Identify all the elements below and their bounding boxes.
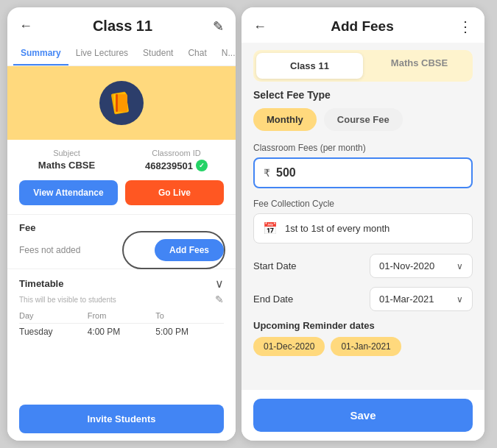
- save-bar: Save: [242, 390, 484, 441]
- right-header: ← Add Fees ⋮: [242, 7, 484, 43]
- start-date-chevron-icon: ∨: [457, 261, 463, 271]
- row-from: 4:00 PM: [88, 327, 156, 337]
- fee-row: Fees not added Add Fees: [19, 239, 224, 261]
- start-date-label: Start Date: [253, 260, 297, 271]
- go-live-button[interactable]: Go Live: [125, 180, 224, 205]
- reminder-dates: 01-Dec-2020 01-Jan-2021: [253, 337, 473, 356]
- end-date-value: 01-Mar-2021: [379, 294, 451, 305]
- select-fee-type-label: Select Fee Type: [253, 89, 473, 101]
- col-from: From: [88, 311, 156, 320]
- reminder-chip-2: 01-Jan-2021: [331, 337, 401, 356]
- end-date-dropdown[interactable]: 01-Mar-2021 ∨: [370, 287, 473, 311]
- right-screen: ← Add Fees ⋮ Class 11 Maths CBSE Select …: [242, 7, 484, 441]
- whatsapp-icon[interactable]: ✓: [196, 160, 208, 171]
- tab-student[interactable]: Student: [135, 42, 180, 65]
- fee-status: Fees not added: [19, 245, 80, 255]
- timetable-header: Timetable ∨: [19, 277, 224, 291]
- invite-btn-bar: Invite Students: [7, 397, 236, 441]
- reminder-title: Upcoming Reminder dates: [253, 320, 473, 331]
- action-row: View Attendance Go Live: [7, 180, 236, 214]
- back-icon-right[interactable]: ←: [253, 19, 267, 35]
- save-button[interactable]: Save: [253, 399, 473, 432]
- tab-chat[interactable]: Chat: [180, 42, 214, 65]
- rupee-sign: ₹: [264, 167, 270, 179]
- hero-banner: [7, 66, 236, 140]
- reminder-chip-1: 01-Dec-2020: [253, 337, 325, 356]
- right-title: Add Fees: [331, 18, 394, 35]
- monthly-fee-type-button[interactable]: Monthly: [253, 108, 317, 131]
- timetable-section: Timetable ∨ This will be visible to stud…: [7, 269, 236, 344]
- classroom-id-cell: Classroom ID 468239501 ✓: [129, 149, 224, 171]
- more-options-icon[interactable]: ⋮: [458, 18, 473, 35]
- subject-cell: Subject Maths CBSE: [19, 149, 114, 171]
- timetable-row: Tuesday 4:00 PM 5:00 PM: [19, 327, 224, 337]
- fee-cycle-label: Fee Collection Cycle: [253, 199, 473, 209]
- fee-type-row: Monthly Course Fee: [253, 108, 473, 131]
- back-icon-left[interactable]: ←: [19, 18, 32, 34]
- start-date-value: 01-Nov-2020: [379, 260, 451, 271]
- row-day: Tuesday: [19, 327, 88, 337]
- right-content: Select Fee Type Monthly Course Fee Class…: [242, 89, 484, 390]
- fee-cycle-box: 📅 1st to 1st of every month: [253, 213, 473, 243]
- classroom-id-label: Classroom ID: [129, 149, 224, 157]
- timetable-edit-icon[interactable]: ✎: [215, 294, 224, 305]
- class-tab-class11[interactable]: Class 11: [256, 53, 363, 79]
- course-fee-type-button[interactable]: Course Fee: [324, 108, 403, 131]
- chevron-down-icon[interactable]: ∨: [215, 277, 224, 291]
- end-date-chevron-icon: ∨: [457, 294, 463, 305]
- amount-input[interactable]: [276, 166, 462, 179]
- fee-section-title: Fee: [19, 222, 224, 233]
- col-to: To: [155, 311, 224, 320]
- timetable-columns: Day From To: [19, 311, 224, 324]
- left-title: Class 11: [93, 18, 152, 35]
- book-icon: [108, 90, 135, 116]
- class-tabs: Class 11 Maths CBSE: [253, 50, 473, 82]
- end-date-row: End Date 01-Mar-2021 ∨: [253, 287, 473, 311]
- class-tab-maths[interactable]: Maths CBSE: [366, 50, 473, 82]
- tab-live-lectures[interactable]: Live Lectures: [68, 42, 135, 65]
- fee-section: Fee Fees not added Add Fees: [7, 214, 236, 269]
- info-row: Subject Maths CBSE Classroom ID 46823950…: [7, 140, 236, 180]
- row-to: 5:00 PM: [155, 327, 224, 337]
- tab-more[interactable]: N...: [214, 42, 236, 65]
- classroom-fees-label: Classroom Fees (per month): [253, 143, 473, 153]
- cycle-text: 1st to 1st of every month: [285, 223, 390, 234]
- timetable-title: Timetable: [19, 278, 63, 289]
- left-screen: ← Class 11 ✎ Summary Live Lectures Stude…: [7, 7, 236, 441]
- amount-input-wrapper: ₹: [253, 157, 473, 188]
- tabs-row: Summary Live Lectures Student Chat N...: [7, 42, 236, 66]
- left-header: ← Class 11 ✎: [7, 7, 236, 42]
- classroom-id-value: 468239501 ✓: [129, 160, 224, 171]
- end-date-label: End Date: [253, 294, 293, 305]
- timetable-subtitle: This will be visible to students ✎: [19, 294, 224, 305]
- invite-students-button[interactable]: Invite Students: [19, 405, 224, 433]
- book-circle: [99, 81, 144, 125]
- view-attendance-button[interactable]: View Attendance: [19, 180, 118, 205]
- start-date-row: Start Date 01-Nov-2020 ∨: [253, 254, 473, 278]
- tab-summary[interactable]: Summary: [13, 42, 68, 65]
- subject-value: Maths CBSE: [19, 160, 114, 171]
- add-fees-button[interactable]: Add Fees: [155, 239, 224, 261]
- edit-icon[interactable]: ✎: [213, 18, 224, 35]
- start-date-dropdown[interactable]: 01-Nov-2020 ∨: [370, 254, 473, 278]
- col-day: Day: [19, 311, 88, 320]
- reminder-section: Upcoming Reminder dates 01-Dec-2020 01-J…: [253, 320, 473, 356]
- calendar-icon: 📅: [263, 221, 278, 235]
- subject-label: Subject: [19, 149, 114, 157]
- svg-rect-3: [116, 94, 118, 112]
